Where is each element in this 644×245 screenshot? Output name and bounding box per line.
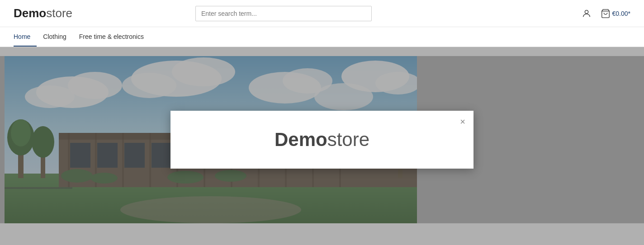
cart-icon (601, 9, 611, 19)
main-content: Demostore × (0, 56, 644, 223)
header: Demostore €0.00* (0, 0, 644, 27)
logo[interactable]: Demostore (14, 6, 72, 20)
nav-item-freetime[interactable]: Free time & electronics (73, 27, 150, 47)
user-icon (582, 9, 592, 19)
main-nav: Home Clothing Free time & electronics (0, 27, 644, 47)
svg-point-2 (585, 10, 588, 13)
user-account-button[interactable] (582, 9, 592, 19)
modal-logo: Demostore (275, 129, 369, 151)
modal-logo-bold: Demo (275, 129, 327, 150)
modal-logo-light: store (327, 129, 369, 150)
search-bar (195, 6, 372, 21)
modal-dialog: Demostore × (170, 111, 474, 169)
logo-bold: Demo (14, 6, 46, 20)
logo-light: store (46, 6, 72, 20)
search-input[interactable] (196, 6, 371, 21)
cart-button[interactable]: €0.00* (601, 9, 630, 19)
nav-item-home[interactable]: Home (14, 27, 37, 47)
header-icons: €0.00* (582, 9, 630, 19)
modal-overlay: Demostore × (0, 56, 644, 223)
nav-item-clothing[interactable]: Clothing (37, 27, 72, 47)
modal-close-button[interactable]: × (460, 117, 465, 126)
search-button[interactable] (362, 6, 371, 21)
cart-price: €0.00* (612, 10, 630, 17)
